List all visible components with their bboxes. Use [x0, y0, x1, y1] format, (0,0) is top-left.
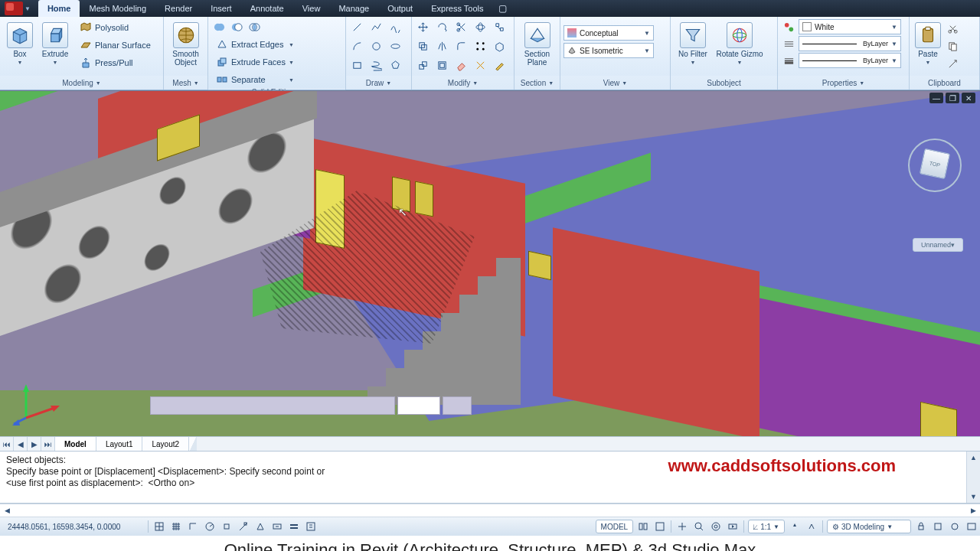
- restore-icon[interactable]: ❐: [946, 93, 959, 103]
- arc-icon[interactable]: [349, 38, 365, 54]
- rectangle-icon[interactable]: [349, 57, 365, 73]
- minimize-icon[interactable]: —: [929, 93, 943, 103]
- menu-tab-home[interactable]: Home: [38, 0, 80, 17]
- paste-button[interactable]: Paste ▼: [913, 19, 943, 74]
- command-scrollbar[interactable]: ▲▼: [966, 452, 980, 503]
- viewport-3d[interactable]: ↖ TOP Unnamed ▾ — ❐ ✕: [0, 90, 980, 436]
- annotation-visibility-icon[interactable]: [786, 519, 803, 534]
- model-space-toggle[interactable]: MODEL: [596, 520, 634, 533]
- isolate-objects-icon[interactable]: [946, 519, 963, 534]
- quickview-layouts-icon[interactable]: [635, 519, 652, 534]
- circle-icon[interactable]: [368, 38, 384, 54]
- scroll-down-icon[interactable]: ▼: [967, 491, 980, 503]
- dyn-icon[interactable]: [269, 519, 286, 534]
- viewcube-face-top[interactable]: TOP: [920, 148, 950, 179]
- rotate-gizmo-button[interactable]: Rotate Gizmo ▼: [714, 19, 766, 74]
- qp-icon[interactable]: [302, 519, 319, 534]
- mirror-icon[interactable]: [434, 38, 450, 54]
- viewcube[interactable]: TOP Unnamed ▾: [908, 139, 962, 192]
- command-nav-left[interactable]: ◀: [0, 507, 14, 514]
- polygon-icon[interactable]: [387, 57, 403, 73]
- ortho-icon[interactable]: [185, 519, 201, 534]
- quickview-drawings-icon[interactable]: [652, 519, 668, 534]
- erase-icon[interactable]: [453, 57, 469, 73]
- trim-icon[interactable]: [453, 19, 469, 35]
- menu-tab-express-tools[interactable]: Express Tools: [422, 0, 492, 17]
- ellipse-icon[interactable]: [387, 38, 403, 54]
- visual-style-combo[interactable]: Conceptual▼: [564, 25, 654, 41]
- close-icon[interactable]: ✕: [962, 93, 975, 103]
- extrude-button[interactable]: Extrude ▼: [38, 19, 72, 74]
- menu-tab-annotate[interactable]: Annotate: [241, 0, 293, 17]
- lwt-icon[interactable]: [286, 519, 302, 534]
- grid-icon[interactable]: [168, 519, 185, 534]
- polyline-icon[interactable]: [368, 19, 384, 35]
- scroll-up-icon[interactable]: ▲: [967, 452, 980, 464]
- view-projection-combo[interactable]: SE Isometric▼: [564, 43, 654, 58]
- intersect-icon[interactable]: [247, 19, 263, 35]
- array-icon[interactable]: [472, 38, 488, 54]
- match-properties-icon[interactable]: [781, 19, 797, 35]
- move-icon[interactable]: [415, 19, 431, 35]
- help-panel-icon[interactable]: ▢: [498, 3, 507, 14]
- zoom-icon[interactable]: [691, 519, 707, 534]
- chevron-down-icon[interactable]: ▼: [859, 80, 864, 86]
- hardware-accel-icon[interactable]: [929, 519, 946, 534]
- app-menu-chevron-icon[interactable]: ▼: [24, 5, 31, 12]
- menu-tab-insert[interactable]: Insert: [201, 0, 241, 17]
- offset-icon[interactable]: [434, 57, 450, 73]
- command-nav-right[interactable]: ▶: [966, 507, 980, 514]
- ucs-label[interactable]: Unnamed ▾: [913, 238, 963, 252]
- chevron-down-icon[interactable]: ▼: [194, 80, 199, 86]
- extract-edges-button[interactable]: Extract Edges▼: [211, 36, 299, 53]
- layout-tab-layout1[interactable]: Layout1: [96, 437, 143, 451]
- linetype-combo[interactable]: ByLayer▼: [799, 36, 901, 51]
- menu-tab-render[interactable]: Render: [155, 0, 201, 17]
- layout-nav-prev[interactable]: ◀: [14, 437, 28, 451]
- section-plane-button[interactable]: Section Plane: [518, 19, 557, 74]
- planar-surface-button[interactable]: Planar Surface: [75, 37, 155, 54]
- scale-icon[interactable]: [415, 57, 431, 73]
- command-line[interactable]: ◀ ▶: [0, 504, 980, 517]
- copy-clip-icon[interactable]: [945, 38, 961, 54]
- menu-tab-manage[interactable]: Manage: [329, 0, 378, 17]
- clean-screen-icon[interactable]: [963, 519, 980, 534]
- showmotion-icon[interactable]: [724, 519, 741, 534]
- annotation-autoscale-icon[interactable]: [803, 519, 820, 534]
- fillet-icon[interactable]: [453, 38, 469, 54]
- box-button[interactable]: Box ▼: [3, 19, 37, 74]
- match-icon[interactable]: [945, 56, 961, 72]
- layout-nav-next[interactable]: ▶: [28, 437, 41, 451]
- mircube-icon[interactable]: [492, 38, 508, 54]
- helix-icon[interactable]: [368, 57, 384, 73]
- menu-tab-mesh-modeling[interactable]: Mesh Modeling: [80, 0, 155, 17]
- spline-icon[interactable]: [387, 19, 403, 35]
- no-filter-button[interactable]: No Filter ▼: [674, 19, 712, 74]
- menu-tab-output[interactable]: Output: [378, 0, 422, 17]
- workspace-switcher[interactable]: ⚙3D Modeling▼: [827, 520, 911, 533]
- polar-icon[interactable]: [201, 519, 218, 534]
- separate-button[interactable]: Separate▼: [211, 71, 299, 88]
- layout-nav-last[interactable]: ⏭: [41, 437, 55, 451]
- lineweight-icon[interactable]: [781, 53, 797, 69]
- press-pull-button[interactable]: Press/Pull: [75, 54, 155, 71]
- annotation-scale[interactable]: ⟀1:1▼: [748, 520, 785, 533]
- layout-tab-model[interactable]: Model: [55, 437, 96, 451]
- color-combo[interactable]: White▼: [799, 19, 901, 34]
- extrude-faces-button[interactable]: Extrude Faces▼: [211, 54, 299, 70]
- osnap-icon[interactable]: [218, 519, 235, 534]
- pan-icon[interactable]: [674, 519, 691, 534]
- union-icon[interactable]: [211, 19, 227, 35]
- rotate3d-icon[interactable]: [472, 19, 488, 35]
- chevron-down-icon[interactable]: ▼: [622, 80, 627, 86]
- chevron-down-icon[interactable]: ▼: [96, 80, 101, 86]
- copy-icon[interactable]: [415, 38, 431, 54]
- polysolid-button[interactable]: Polysolid: [75, 19, 155, 36]
- smooth-object-button[interactable]: Smooth Object: [167, 19, 204, 74]
- explode-icon[interactable]: [472, 57, 488, 73]
- align-icon[interactable]: [492, 19, 508, 35]
- pedit-icon[interactable]: [492, 57, 508, 73]
- otrack-icon[interactable]: [235, 519, 252, 534]
- cut-icon[interactable]: [945, 21, 961, 37]
- line-icon[interactable]: [349, 19, 365, 35]
